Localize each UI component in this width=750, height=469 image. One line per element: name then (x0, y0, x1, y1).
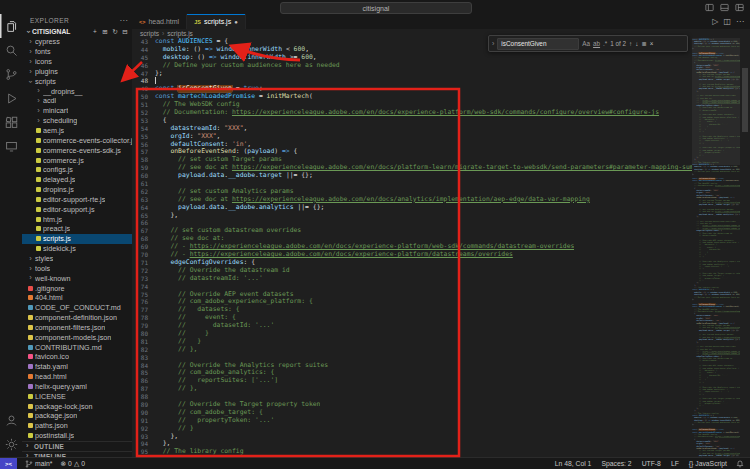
line-number: 43 (132, 38, 155, 46)
code-line: 78 // event: { (132, 314, 692, 322)
tree-item-label: cypress (35, 37, 60, 46)
tree-item[interactable]: postinstall.js (22, 431, 132, 441)
code-line: payload.data.__adobe.analytics ||= {}; (692, 213, 740, 215)
scrollbar-thumb[interactable] (742, 68, 748, 132)
more-actions-icon[interactable]: ⋯ (120, 16, 128, 25)
refresh-icon[interactable]: ↻ (111, 28, 119, 36)
more-actions-icon[interactable]: ⋯ (736, 17, 744, 26)
tree-item[interactable]: preact.js (22, 224, 132, 234)
tree-item[interactable]: ›icons (22, 57, 132, 67)
whole-word-icon[interactable]: ab (593, 40, 600, 47)
next-match-icon[interactable]: ↓ (635, 40, 638, 47)
code-line: 48 (132, 77, 692, 85)
eol[interactable]: LF (671, 460, 679, 467)
explorer-icon[interactable] (0, 14, 22, 38)
line-number: 62 (132, 188, 155, 196)
tree-item[interactable]: ›styles (22, 254, 132, 264)
tree-item[interactable]: favicon.ico (22, 352, 132, 362)
find-input[interactable]: isConsentGiven (497, 38, 579, 50)
tree-item[interactable]: paths.json (22, 421, 132, 431)
breadcrumb-item[interactable]: scripts.js (167, 30, 193, 37)
tree-item[interactable]: htm.js (22, 214, 132, 224)
remote-explorer-icon[interactable] (0, 134, 22, 158)
title-bar-actions (705, 0, 744, 14)
code-editor[interactable]: 43const AUDIENCES = {44 mobile: () => wi… (132, 38, 692, 458)
new-file-icon[interactable]: + (91, 28, 99, 36)
close-icon[interactable]: × (650, 40, 654, 47)
source-control-icon[interactable] (0, 62, 22, 86)
tree-item[interactable]: component-definition.json (22, 313, 132, 323)
editor-tab[interactable]: <>head.html (132, 14, 187, 29)
new-folder-icon[interactable]: ⊞ (101, 28, 109, 36)
tree-item[interactable]: ›acdl (22, 96, 132, 106)
tree-item[interactable]: package-lock.json (22, 401, 132, 411)
bell-icon[interactable] (736, 460, 744, 468)
run-icon[interactable]: ▷ (712, 17, 718, 26)
find-input-value: isConsentGiven (501, 40, 546, 47)
tree-item[interactable]: ›__dropins__ (22, 86, 132, 96)
search-icon[interactable] (0, 38, 22, 62)
outline-section[interactable]: › OUTLINE (22, 441, 132, 451)
breadcrumb-item[interactable]: scripts (140, 30, 159, 37)
activity-bar-bottom (0, 408, 22, 456)
tree-item[interactable]: aem.js (22, 126, 132, 136)
remote-indicator-button[interactable]: >< (0, 458, 17, 469)
problems-button[interactable]: ⊗ 0 △ 0 (60, 460, 85, 468)
branch-button[interactable]: main* (25, 460, 52, 468)
tree-item[interactable]: scripts.js (22, 234, 132, 244)
line-number: 55 (132, 133, 155, 141)
previous-match-icon[interactable]: ↑ (629, 40, 632, 47)
regex-icon[interactable]: .* (603, 40, 607, 47)
tree-item[interactable]: ›tools (22, 263, 132, 273)
find-in-selection-icon[interactable]: ≣ (641, 40, 646, 47)
tree-item[interactable]: commerce-events-collector.js (22, 135, 132, 145)
encoding[interactable]: UTF-8 (642, 460, 661, 467)
minimap[interactable]: const AUDIENCES = { mobile: () => window… (692, 38, 740, 458)
tree-item[interactable]: ›well-known (22, 273, 132, 283)
modified-dot-icon[interactable]: ● (234, 19, 238, 25)
tree-item[interactable]: 404.html (22, 293, 132, 303)
tree-item[interactable]: CONTRIBUTING.md (22, 342, 132, 352)
run-debug-icon[interactable] (0, 86, 22, 110)
command-center-search[interactable]: citisignal (280, 2, 472, 14)
tree-item[interactable]: editor-support-rte.js (22, 195, 132, 205)
project-section-header[interactable]: › CITISIGNAL + ⊞ ↻ ⊟ (22, 26, 132, 37)
tree-item[interactable]: commerce.js (22, 155, 132, 165)
tree-item[interactable]: configs.js (22, 165, 132, 175)
tree-item[interactable]: delayed.js (22, 175, 132, 185)
tree-item[interactable]: ›minicart (22, 106, 132, 116)
toggle-replace-icon[interactable]: › (492, 40, 494, 47)
tree-item[interactable]: ›cypress (22, 37, 132, 47)
title-bar: citisignal (0, 0, 750, 15)
tree-item[interactable]: ›scripts (22, 76, 132, 86)
tree-item[interactable]: ›plugins (22, 67, 132, 77)
account-icon[interactable] (0, 408, 22, 432)
code-line: 93 }, (132, 433, 692, 441)
tree-item[interactable]: head.html (22, 372, 132, 382)
tree-item[interactable]: LICENSE (22, 391, 132, 401)
language-mode[interactable]: {} JavaScript (689, 460, 727, 467)
scrollbar[interactable] (740, 38, 750, 458)
tree-item[interactable]: ›fonts (22, 47, 132, 57)
editor-tab[interactable]: JSscripts.js● (187, 14, 246, 29)
tree-item[interactable]: package.json (22, 411, 132, 421)
collapse-all-icon[interactable]: ⊟ (121, 28, 129, 36)
tree-item[interactable]: commerce-events-sdk.js (22, 145, 132, 155)
tree-item[interactable]: dropins.js (22, 185, 132, 195)
indentation[interactable]: Spaces: 2 (601, 460, 631, 467)
tree-item-label: fonts (35, 47, 51, 56)
tree-item[interactable]: .gitignore (22, 283, 132, 293)
tree-item[interactable]: component-filters.json (22, 322, 132, 332)
tree-item[interactable]: fstab.yaml (22, 362, 132, 372)
split-editor-icon[interactable]: ◫ (723, 17, 731, 26)
tree-item[interactable]: component-models.json (22, 332, 132, 342)
tree-item[interactable]: helix-query.yaml (22, 382, 132, 392)
cursor-position[interactable]: Ln 48, Col 1 (555, 460, 592, 467)
settings-icon[interactable] (0, 432, 22, 456)
tree-item[interactable]: editor-support.js (22, 204, 132, 214)
tree-item[interactable]: sidekick.js (22, 244, 132, 254)
extensions-icon[interactable] (0, 110, 22, 134)
tree-item[interactable]: ›scheduling (22, 116, 132, 126)
match-case-icon[interactable]: Aa (582, 40, 590, 47)
tree-item[interactable]: CODE_OF_CONDUCT.md (22, 303, 132, 313)
